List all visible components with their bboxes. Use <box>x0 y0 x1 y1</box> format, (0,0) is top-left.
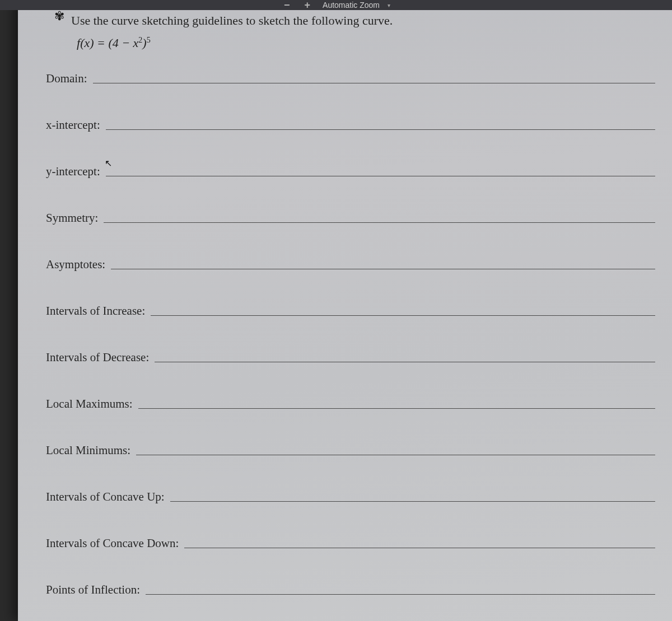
field-local-maximums: Local Maximums: <box>46 397 655 411</box>
field-local-minimums: Local Minimums: <box>46 443 655 457</box>
answer-blank-line[interactable] <box>106 129 655 130</box>
field-symmetry: Symmetry: <box>46 211 655 225</box>
field-label: Domain: <box>46 72 87 86</box>
field-x-intercept: x-intercept: <box>46 118 655 132</box>
field-label: Intervals of Concave Down: <box>46 536 179 550</box>
cursor-arrow-icon: ↖ <box>105 158 112 169</box>
field-label: Symmetry: <box>46 211 98 225</box>
field-label: x-intercept: <box>46 118 100 132</box>
field-label: Intervals of Concave Up: <box>46 490 165 504</box>
field-label: Intervals of Increase: <box>46 304 145 318</box>
function-formula: f(x) = (4 − x2)5 <box>77 36 655 50</box>
answer-blank-line[interactable] <box>106 176 655 176</box>
answer-fields: Domain: x-intercept: y-intercept: ↖ Symm… <box>46 72 655 597</box>
zoom-level-select[interactable]: Automatic Zoom ▾ <box>323 1 390 10</box>
problem-header: ✾ Use the curve sketching guidelines to … <box>71 11 655 28</box>
decorative-swirl-icon: ✾ <box>54 9 64 24</box>
field-label: Local Maximums: <box>46 397 133 411</box>
answer-blank-line[interactable] <box>104 222 655 223</box>
field-label: Intervals of Decrease: <box>46 351 149 365</box>
answer-blank-line[interactable] <box>138 408 655 409</box>
field-concave-down: Intervals of Concave Down: <box>46 536 655 550</box>
pdf-toolbar: − + Automatic Zoom ▾ <box>0 0 672 10</box>
answer-blank-line[interactable] <box>170 501 655 502</box>
document-page: ✾ Use the curve sketching guidelines to … <box>18 0 672 621</box>
chevron-down-icon: ▾ <box>388 2 390 8</box>
answer-blank-line[interactable] <box>146 594 655 595</box>
field-label: Local Minimums: <box>46 443 130 457</box>
field-label: y-intercept: <box>46 165 100 179</box>
zoom-in-icon[interactable]: + <box>302 0 313 10</box>
field-asymptotes: Asymptotes: <box>46 258 655 272</box>
answer-blank-line[interactable] <box>151 315 655 316</box>
answer-blank-line[interactable] <box>136 455 655 455</box>
answer-blank-line[interactable] <box>155 362 655 362</box>
field-concave-up: Intervals of Concave Up: <box>46 490 655 504</box>
problem-instruction: Use the curve sketching guidelines to sk… <box>71 11 655 28</box>
field-domain: Domain: <box>46 72 655 86</box>
answer-blank-line[interactable] <box>111 269 655 269</box>
pdf-viewer-frame: − + Automatic Zoom ▾ ✾ Use the curve ske… <box>0 0 672 621</box>
field-points-inflection: Points of Inflection: <box>46 583 655 597</box>
answer-blank-line[interactable] <box>93 83 656 83</box>
field-y-intercept: y-intercept: ↖ <box>46 165 655 179</box>
answer-blank-line[interactable] <box>184 548 655 548</box>
field-label: Asymptotes: <box>46 258 105 272</box>
field-intervals-increase: Intervals of Increase: <box>46 304 655 318</box>
zoom-out-icon[interactable]: − <box>282 0 292 10</box>
zoom-level-label: Automatic Zoom <box>323 1 380 10</box>
field-intervals-decrease: Intervals of Decrease: <box>46 351 655 365</box>
field-label: Points of Inflection: <box>46 583 140 597</box>
